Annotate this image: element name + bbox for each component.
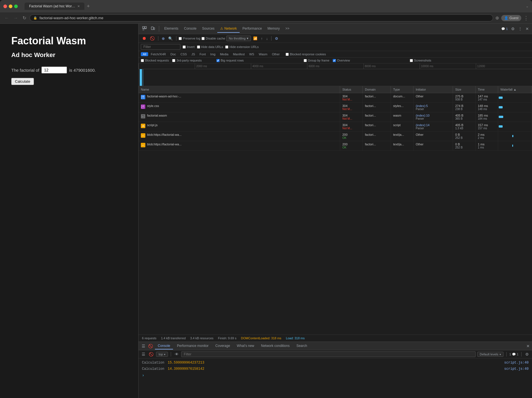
filter-css[interactable]: CSS [179,52,189,56]
hide-data-urls-checkbox[interactable] [197,45,200,49]
console-clear-button[interactable]: 🚫 [147,343,154,349]
more-options-button[interactable]: ⋮ [524,15,529,21]
filter-js[interactable]: JS [189,52,197,56]
address-bar[interactable]: 🔒 factorial-wasm-ad-hoc-worker.glitch.me [30,14,493,21]
search-button[interactable]: 🔍 [167,36,174,41]
blocked-requests-label[interactable]: Blocked requests [141,59,169,62]
console-tab-coverage[interactable]: Coverage [213,343,233,349]
devtools-settings-button2[interactable]: ⚙ [274,36,279,41]
preserve-log-checkbox[interactable] [179,37,182,40]
th-initiator[interactable]: Initiator [413,86,453,93]
blocked-requests-checkbox[interactable] [141,59,144,62]
filter-doc[interactable]: Doc [168,52,178,56]
expand-icon[interactable]: ⌄ [526,4,529,8]
console-link-0[interactable]: script.js:40 [504,361,529,365]
console-tab-perf-monitor[interactable]: Performance monitor [174,343,211,349]
hide-data-urls-label[interactable]: Hide data URLs [197,45,223,49]
browser-tab[interactable]: Factorial Wasm (ad hoc Wor… ✕ [25,3,84,10]
filter-font[interactable]: Font [198,52,208,56]
third-party-label[interactable]: 3rd-party requests [172,59,202,62]
calculate-button[interactable]: Calculate [11,78,34,85]
tab-elements[interactable]: Elements [161,25,181,33]
screenshots-label[interactable]: Screenshots [410,59,431,62]
issue-badge[interactable]: 1 💬 1 [509,353,518,356]
clear-button[interactable]: 🚫 [149,36,156,41]
import-har-button[interactable]: ↑ [260,36,264,41]
throttle-selector[interactable]: No throttling ▾ [226,36,251,41]
filter-toggle-button[interactable]: ⊕ [161,36,166,41]
guest-button[interactable]: 👤 Guest [501,15,521,21]
console-prompt[interactable]: › [139,372,532,379]
group-by-frame-label[interactable]: Group by frame [304,59,329,62]
tab-sources[interactable]: Sources [199,25,217,33]
maximize-button[interactable] [14,5,18,8]
hide-ext-urls-label[interactable]: Hide extension URLs [225,45,259,49]
screenshots-checkbox[interactable] [410,59,413,62]
factorial-input[interactable] [41,67,67,73]
more-options-devtools-button[interactable]: ⋮ [517,26,523,32]
big-request-rows-checkbox[interactable] [216,59,220,62]
console-tab-whats-new[interactable]: What's new [234,343,257,349]
table-row[interactable]: </> blob:https://factorial-wa... 200 OK … [139,141,532,151]
initiator-link-3[interactable]: (index):14 [416,123,450,127]
table-row[interactable]: JS script.js 304 Not M... factori... scr [139,122,532,132]
filter-wasm[interactable]: Wasm [257,52,270,56]
device-toolbar-button[interactable] [149,25,157,32]
filter-img[interactable]: Img [208,52,217,56]
filter-manifest[interactable]: Manifest [231,52,247,56]
console-tab-network-conditions[interactable]: Network conditions [258,343,292,349]
filter-all[interactable]: All [141,52,148,56]
th-type[interactable]: Type [391,86,413,93]
close-devtools-button[interactable]: ✕ [525,26,530,32]
big-request-rows-label[interactable]: Big request rows [216,59,244,62]
console-tab-search[interactable]: Search [294,343,310,349]
forward-button[interactable]: → [12,14,19,22]
group-by-frame-checkbox[interactable] [304,59,307,62]
preserve-log-label[interactable]: Preserve log [179,37,200,40]
log-levels-selector[interactable]: Default levels ▾ [477,352,503,357]
tab-memory[interactable]: Memory [265,25,283,33]
console-sidebar-button[interactable]: ☰ [141,343,146,349]
th-status[interactable]: Status [340,86,363,93]
console-sidebar-toggle[interactable]: ☰ [141,351,146,357]
tab-close-icon[interactable]: ✕ [77,5,80,8]
th-size[interactable]: Size [453,86,476,93]
filter-other[interactable]: Other [270,52,282,56]
table-row[interactable]: style.css 304 Not M... factori... styles… [139,103,532,112]
disable-cache-label[interactable]: Disable cache [202,37,225,40]
th-name[interactable]: Name [139,86,340,93]
blocked-cookies-checkbox[interactable] [286,53,289,56]
th-domain[interactable]: Domain [363,86,391,93]
record-button[interactable]: ⏺ [141,35,148,41]
invert-checkbox[interactable] [183,45,186,49]
export-har-button[interactable]: ↓ [265,36,269,41]
third-party-checkbox[interactable] [172,59,175,62]
overview-label[interactable]: Overview [333,59,350,62]
console-settings-button[interactable]: ⚙ [524,351,530,357]
invert-label[interactable]: Invert [183,45,195,49]
new-tab-button[interactable]: + [87,3,90,9]
back-button[interactable]: ← [3,14,10,22]
disable-cache-checkbox[interactable] [202,37,205,40]
close-button[interactable] [3,5,7,8]
reload-button[interactable]: ↻ [21,14,27,22]
initiator-link-2[interactable]: (index):10 [416,114,450,117]
table-row[interactable]: </> blob:https://factorial-wa... 200 OK … [139,132,532,141]
tab-more[interactable]: >> [283,25,292,33]
th-time[interactable]: Time [476,86,498,93]
context-selector[interactable]: top ▾ [156,352,168,357]
console-close-button[interactable]: ✕ [526,344,530,348]
console-link-1[interactable]: script.js:40 [504,367,529,371]
network-conditions-button[interactable]: 📶 [252,36,259,41]
console-eye-button[interactable]: 👁 [174,351,179,357]
inspect-element-button[interactable] [141,25,148,32]
th-waterfall[interactable]: Waterfall [498,86,532,93]
console-filter-input[interactable] [181,351,475,357]
hide-ext-urls-checkbox[interactable] [225,45,228,49]
minimize-button[interactable] [9,5,12,8]
table-row[interactable]: factorial-wasm-ad-hoc-... 304 Not M... f… [139,93,532,103]
console-clear-btn2[interactable]: 🚫 [148,351,154,357]
filter-fetch-xhr[interactable]: Fetch/XHR [149,52,168,56]
tab-performance[interactable]: Performance [240,25,265,33]
blocked-cookies-label[interactable]: Blocked response cookies [286,53,326,56]
